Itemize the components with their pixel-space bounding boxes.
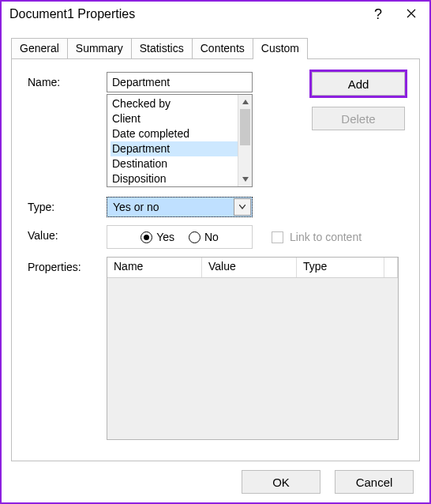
- tab-general[interactable]: General: [11, 38, 68, 58]
- dialog-footer: OK Cancel: [2, 461, 429, 502]
- add-button[interactable]: Add: [312, 72, 405, 96]
- list-item[interactable]: Disposition: [111, 171, 238, 186]
- radio-icon: [141, 231, 152, 243]
- properties-body: [107, 278, 398, 439]
- tab-host: General Summary Statistics Contents Cust…: [11, 36, 420, 461]
- link-to-content-label: Link to content: [290, 231, 362, 243]
- close-icon: [407, 7, 416, 21]
- dialog-window: Document1 Properties ? General Summary S…: [0, 0, 431, 504]
- window-title: Document1 Properties: [9, 7, 135, 21]
- help-icon: ?: [374, 7, 382, 21]
- list-item[interactable]: Client: [111, 111, 238, 126]
- tab-custom[interactable]: Custom: [253, 38, 308, 59]
- col-header-name[interactable]: Name: [107, 258, 202, 277]
- list-item[interactable]: Destination: [111, 156, 238, 171]
- delete-button: Delete: [312, 107, 405, 130]
- type-combobox[interactable]: Yes or no: [107, 197, 253, 217]
- properties-table[interactable]: Name Value Type: [107, 257, 399, 440]
- radio-label: No: [204, 231, 219, 243]
- scroll-down-icon[interactable]: [238, 172, 252, 186]
- value-label: Value:: [28, 225, 107, 242]
- scroll-thumb[interactable]: [240, 109, 250, 145]
- name-label: Name:: [28, 72, 107, 88]
- name-input[interactable]: [107, 72, 253, 92]
- col-header-type[interactable]: Type: [297, 258, 384, 277]
- tab-contents[interactable]: Contents: [192, 38, 253, 58]
- value-radio-yes[interactable]: Yes: [141, 231, 174, 243]
- titlebar: Document1 Properties ?: [2, 2, 429, 27]
- value-radio-no[interactable]: No: [189, 231, 219, 243]
- radio-icon: [189, 231, 201, 243]
- properties-header: Name Value Type: [107, 258, 398, 278]
- properties-label: Properties:: [28, 257, 107, 273]
- name-suggestions-list[interactable]: Checked by Client Date completed Departm…: [107, 94, 253, 187]
- type-combobox-value: Yes or no: [108, 198, 232, 216]
- tab-panel-custom: Name: Checked by Client Date completed D…: [11, 58, 420, 461]
- chevron-down-icon[interactable]: [234, 198, 251, 216]
- radio-label: Yes: [156, 231, 174, 243]
- tab-summary[interactable]: Summary: [67, 38, 132, 58]
- close-button[interactable]: [395, 2, 428, 26]
- cancel-button[interactable]: Cancel: [335, 470, 414, 494]
- checkbox-icon: [272, 231, 283, 243]
- col-header-value[interactable]: Value: [202, 258, 297, 277]
- type-label: Type:: [28, 197, 107, 213]
- ok-button[interactable]: OK: [242, 470, 320, 494]
- list-scrollbar[interactable]: [238, 95, 252, 186]
- tabstrip: General Summary Statistics Contents Cust…: [11, 36, 420, 58]
- help-button[interactable]: ?: [362, 2, 395, 26]
- scroll-up-icon[interactable]: [238, 95, 252, 109]
- link-to-content-check: Link to content: [272, 231, 362, 243]
- value-radio-group: Yes No: [107, 225, 253, 249]
- list-item[interactable]: Department: [111, 141, 238, 156]
- list-item[interactable]: Date completed: [111, 126, 238, 141]
- list-item[interactable]: Checked by: [111, 96, 238, 111]
- tab-statistics[interactable]: Statistics: [131, 38, 193, 58]
